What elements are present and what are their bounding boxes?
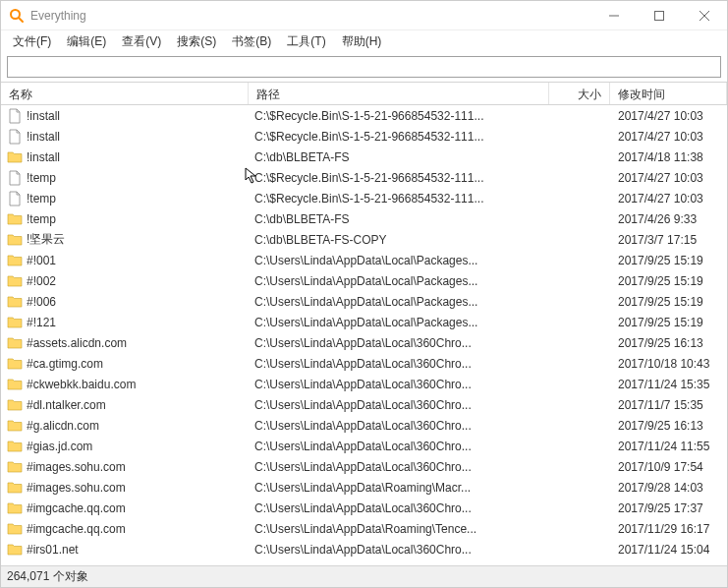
folder-icon: [7, 253, 23, 268]
table-row[interactable]: !installC:\$Recycle.Bin\S-1-5-21-9668545…: [1, 126, 727, 147]
table-row[interactable]: #imgcache.qq.comC:\Users\Linda\AppData\L…: [1, 498, 727, 518]
cell-path: C:\Users\Linda\AppData\Local\Packages...: [249, 295, 549, 309]
file-name: !temp: [27, 171, 56, 185]
table-row[interactable]: !坚果云C:\db\BLBETA-FS-COPY2017/3/7 17:15: [1, 229, 727, 250]
file-icon: [7, 170, 23, 186]
minimize-button[interactable]: [591, 1, 637, 29]
table-row[interactable]: #!121C:\Users\Linda\AppData\Local\Packag…: [1, 312, 727, 332]
cell-name: !temp: [7, 170, 249, 186]
cell-path: C:\Users\Linda\AppData\Roaming\Tence...: [249, 522, 549, 536]
folder-icon: [7, 356, 23, 372]
cell-name: !坚果云: [7, 231, 249, 248]
cell-name: #images.sohu.com: [7, 459, 249, 475]
folder-icon: [7, 418, 23, 434]
table-row[interactable]: #!002C:\Users\Linda\AppData\Local\Packag…: [1, 270, 727, 291]
folder-icon: [7, 232, 23, 248]
cell-modified: 2017/9/25 17:37: [610, 501, 727, 515]
column-header-path[interactable]: 路径: [249, 83, 549, 104]
menu-item[interactable]: 工具(T): [279, 31, 333, 52]
cell-modified: 2017/4/18 11:38: [610, 150, 727, 164]
results-list[interactable]: !installC:\$Recycle.Bin\S-1-5-21-9668545…: [1, 105, 727, 565]
table-row[interactable]: #ca.gtimg.comC:\Users\Linda\AppData\Loca…: [1, 353, 727, 374]
menu-item[interactable]: 帮助(H): [334, 31, 390, 52]
folder-icon: [7, 500, 23, 516]
menu-item[interactable]: 书签(B): [224, 31, 279, 52]
table-row[interactable]: !installC:\db\BLBETA-FS2017/4/18 11:38: [1, 147, 727, 167]
titlebar: Everything: [1, 1, 727, 30]
menu-item[interactable]: 编辑(E): [59, 31, 114, 52]
cell-modified: 2017/11/24 15:35: [610, 378, 727, 391]
folder-icon: [7, 480, 23, 496]
cell-name: #ckwebkk.baidu.com: [7, 377, 249, 392]
cell-modified: 2017/11/24 15:04: [610, 543, 727, 557]
file-name: #assets.alicdn.com: [27, 336, 127, 350]
table-row[interactable]: #images.sohu.comC:\Users\Linda\AppData\L…: [1, 456, 727, 477]
cell-modified: 2017/11/7 15:35: [610, 398, 727, 412]
table-row[interactable]: #dl.ntalker.comC:\Users\Linda\AppData\Lo…: [1, 394, 727, 415]
column-header-size[interactable]: 大小: [549, 83, 610, 104]
cell-modified: 2017/4/27 10:03: [610, 171, 727, 185]
maximize-button[interactable]: [637, 1, 682, 29]
cell-modified: 2017/4/27 10:03: [610, 109, 727, 123]
file-name: #irs01.net: [27, 543, 79, 557]
cell-path: C:\Users\Linda\AppData\Local\Packages...: [249, 316, 549, 329]
table-row[interactable]: #imgcache.qq.comC:\Users\Linda\AppData\R…: [1, 518, 727, 539]
cell-modified: 2017/11/29 16:17: [610, 522, 727, 536]
cell-name: #dl.ntalker.com: [7, 397, 249, 413]
file-name: !install: [27, 109, 60, 123]
file-name: #images.sohu.com: [27, 481, 126, 495]
file-icon: [7, 129, 23, 145]
folder-icon: [7, 542, 23, 558]
cell-modified: 2017/11/24 11:55: [610, 440, 727, 453]
file-name: #!006: [27, 295, 56, 309]
table-row[interactable]: #!006C:\Users\Linda\AppData\Local\Packag…: [1, 291, 727, 312]
menu-item[interactable]: 文件(F): [5, 31, 59, 52]
cell-name: #!006: [7, 294, 249, 310]
file-name: !temp: [27, 192, 56, 206]
cell-name: #g.alicdn.com: [7, 418, 249, 434]
table-row[interactable]: #gias.jd.comC:\Users\Linda\AppData\Local…: [1, 436, 727, 456]
cell-path: C:\Users\Linda\AppData\Local\360Chro...: [249, 501, 549, 515]
cell-name: #irs01.net: [7, 542, 249, 558]
cell-modified: 2017/9/25 15:19: [610, 316, 727, 329]
file-name: #ca.gtimg.com: [27, 357, 103, 371]
column-header-modified[interactable]: 修改时间: [610, 83, 727, 104]
search-input[interactable]: [7, 56, 721, 78]
table-row[interactable]: #irs01.netC:\Users\Linda\AppData\Local\3…: [1, 539, 727, 559]
table-row[interactable]: !tempC:\$Recycle.Bin\S-1-5-21-966854532-…: [1, 167, 727, 188]
cell-modified: 2017/4/26 9:33: [610, 212, 727, 226]
cell-modified: 2017/10/18 10:43: [610, 357, 727, 371]
menu-item[interactable]: 搜索(S): [169, 31, 224, 52]
file-icon: [7, 108, 23, 124]
folder-icon: [7, 377, 23, 392]
cell-path: C:\Users\Linda\AppData\Roaming\Macr...: [249, 481, 549, 495]
file-name: #images.sohu.com: [27, 460, 126, 474]
folder-icon: [7, 439, 23, 454]
column-header-name[interactable]: 名称: [1, 83, 249, 104]
file-name: #imgcache.qq.com: [27, 501, 126, 515]
file-name: #!002: [27, 274, 56, 288]
file-name: !install: [27, 130, 60, 144]
table-row[interactable]: #assets.alicdn.comC:\Users\Linda\AppData…: [1, 332, 727, 353]
table-row[interactable]: !installC:\$Recycle.Bin\S-1-5-21-9668545…: [1, 105, 727, 126]
folder-icon: [7, 149, 23, 165]
table-row[interactable]: !tempC:\$Recycle.Bin\S-1-5-21-966854532-…: [1, 188, 727, 208]
cell-path: C:\db\BLBETA-FS: [249, 212, 549, 226]
cell-name: #gias.jd.com: [7, 439, 249, 454]
cell-name: !install: [7, 149, 249, 165]
menu-item[interactable]: 查看(V): [114, 31, 169, 52]
table-row[interactable]: #g.alicdn.comC:\Users\Linda\AppData\Loca…: [1, 415, 727, 436]
close-button[interactable]: [682, 1, 727, 29]
cell-name: #ca.gtimg.com: [7, 356, 249, 372]
table-row[interactable]: #!001C:\Users\Linda\AppData\Local\Packag…: [1, 250, 727, 270]
cell-modified: 2017/4/27 10:03: [610, 130, 727, 144]
folder-icon: [7, 211, 23, 227]
file-name: !install: [27, 150, 60, 164]
cell-path: C:\db\BLBETA-FS: [249, 150, 549, 164]
app-icon: [9, 8, 25, 24]
table-row[interactable]: #ckwebkk.baidu.comC:\Users\Linda\AppData…: [1, 374, 727, 394]
table-row[interactable]: #images.sohu.comC:\Users\Linda\AppData\R…: [1, 477, 727, 498]
cell-modified: 2017/9/25 16:13: [610, 419, 727, 433]
cell-name: #assets.alicdn.com: [7, 335, 249, 351]
table-row[interactable]: !tempC:\db\BLBETA-FS2017/4/26 9:33: [1, 208, 727, 229]
